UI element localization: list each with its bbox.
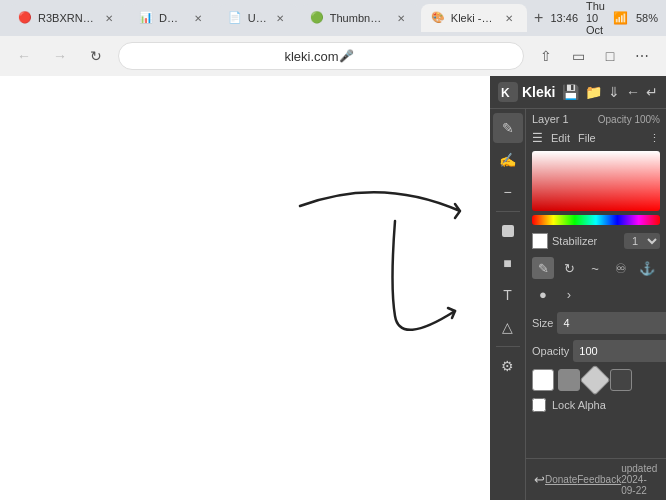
menu-button[interactable]: ⋯ xyxy=(628,42,656,70)
canvas-area[interactable] xyxy=(0,76,490,500)
blob-brush-icon[interactable]: ● xyxy=(532,283,554,305)
tab-favicon-5: 🎨 xyxy=(431,11,445,25)
layer-controls: ☰ Edit File ⋮ xyxy=(526,129,666,147)
page-content: K Kleki 💾 📁 ⇓ ← ↵ ✎ ✍ − xyxy=(0,76,666,500)
more-icon[interactable]: ⋮ xyxy=(649,132,660,145)
color-picker[interactable] xyxy=(526,147,666,229)
opacity-input[interactable] xyxy=(573,340,666,362)
lock-alpha-checkbox[interactable] xyxy=(532,398,546,412)
undo-icon[interactable]: ↵ xyxy=(646,84,658,100)
save-icon[interactable]: 💾 xyxy=(562,84,579,100)
tab-favicon-4: 🟢 xyxy=(310,11,324,25)
nav-right: ⇧ ▭ □ ⋯ xyxy=(532,42,656,70)
donate-link[interactable]: Donate xyxy=(545,474,577,485)
opacity-value: 100% xyxy=(634,114,660,125)
lock-alpha-row: Lock Alpha xyxy=(526,395,666,415)
text-tool[interactable]: T xyxy=(493,280,523,310)
tab-label-5: Kleki - Paint Tool xyxy=(451,12,495,24)
swatches-row xyxy=(526,365,666,395)
brush-tool[interactable]: ✎ xyxy=(493,113,523,143)
kleki-toolbar: K Kleki 💾 📁 ⇓ ← ↵ ✎ ✍ − xyxy=(490,76,666,500)
refresh-button[interactable]: ↻ xyxy=(82,42,110,70)
kleki-logo: K Kleki xyxy=(498,82,555,102)
forward-button[interactable]: → xyxy=(46,42,74,70)
tool-divider-2 xyxy=(496,346,520,347)
hand-tool[interactable]: ✍ xyxy=(493,145,523,175)
tab-close-1[interactable]: ✕ xyxy=(101,10,117,26)
tab-label-3: Untitled xyxy=(248,12,266,24)
lock-alpha-label: Lock Alpha xyxy=(552,399,606,411)
tab-close-4[interactable]: ✕ xyxy=(393,10,409,26)
feedback-link[interactable]: Feedback xyxy=(577,474,621,485)
top-strip: K Kleki 💾 📁 ⇓ ← ↵ xyxy=(490,76,666,109)
updated-label: updated 2024-09-22 xyxy=(621,463,658,496)
wave-brush-icon[interactable]: ~ xyxy=(584,257,606,279)
tab-scratch[interactable]: 🔴 R3BXRN on Scratch ✕ xyxy=(8,4,127,32)
hue-slider[interactable] xyxy=(532,215,660,225)
new-tab-button[interactable]: + xyxy=(529,4,549,32)
nav-bar: ← → ↻ kleki.com 🎤 ⇧ ▭ □ ⋯ xyxy=(0,36,666,76)
opacity-row: Opacity ✎ xyxy=(526,337,666,365)
bookmark-button[interactable]: ▭ xyxy=(564,42,592,70)
system-info: 13:46 Thu 10 Oct 📶 58% xyxy=(550,0,658,36)
back-button[interactable]: ← xyxy=(10,42,38,70)
undo-bottom-icon[interactable]: ↩ xyxy=(534,472,545,487)
kleki-logo-icon: K xyxy=(498,82,518,102)
date-display: Thu 10 Oct xyxy=(586,0,605,36)
right-panel: Layer 1 Opacity 100% ☰ Edit File ⋮ xyxy=(526,109,666,500)
ink-brush-icon[interactable]: ⚓ xyxy=(636,257,658,279)
edit-label[interactable]: Edit xyxy=(551,132,570,144)
layers-icon[interactable]: ☰ xyxy=(532,131,543,145)
tab-favicon-2: 📊 xyxy=(139,11,153,25)
smooth-brush-icon[interactable]: ♾ xyxy=(610,257,632,279)
canvas-svg xyxy=(0,76,490,500)
expand-brushes-icon[interactable]: › xyxy=(558,283,580,305)
tab-bar: 🔴 R3BXRN on Scratch ✕ 📊 Dashboard ✕ 📄 Un… xyxy=(0,0,666,36)
tab-label-2: Dashboard xyxy=(159,12,184,24)
swatch-darkgray[interactable] xyxy=(610,369,632,391)
rotate-brush-icon[interactable]: ↻ xyxy=(558,257,580,279)
zoom-minus-tool[interactable]: − xyxy=(493,177,523,207)
tab-favicon-3: 📄 xyxy=(228,11,242,25)
tab-label-1: R3BXRN on Scratch xyxy=(38,12,95,24)
tab-close-3[interactable]: ✕ xyxy=(272,10,288,26)
eraser-tool[interactable]: ■ xyxy=(493,248,523,278)
fill-icon xyxy=(500,223,516,239)
tab-untitled[interactable]: 📄 Untitled ✕ xyxy=(218,4,298,32)
browser-chrome: 🔴 R3BXRN on Scratch ✕ 📊 Dashboard ✕ 📄 Un… xyxy=(0,0,666,76)
color-gradient[interactable] xyxy=(532,151,660,211)
tool-divider-1 xyxy=(496,211,520,212)
tab-favicon-1: 🔴 xyxy=(18,11,32,25)
time-display: 13:46 xyxy=(550,12,578,24)
file-label[interactable]: File xyxy=(578,132,596,144)
share-button[interactable]: ⇧ xyxy=(532,42,560,70)
tools-color-panel: ✎ ✍ − ■ T △ ⚙ Layer 1 xyxy=(490,109,666,500)
swatch-gray[interactable] xyxy=(558,369,580,391)
swatch-lightgray[interactable] xyxy=(579,364,610,395)
fill-tool[interactable] xyxy=(493,216,523,246)
tab-close-5[interactable]: ✕ xyxy=(501,10,517,26)
wifi-icon: 📶 xyxy=(613,11,628,25)
address-bar[interactable]: kleki.com 🎤 xyxy=(118,42,524,70)
size-label: Size xyxy=(532,317,553,329)
size-input[interactable] xyxy=(557,312,666,334)
swatch-white[interactable] xyxy=(532,369,554,391)
battery-display: 58% xyxy=(636,12,658,24)
extensions-button[interactable]: □ xyxy=(596,42,624,70)
tab-kleki[interactable]: 🎨 Kleki - Paint Tool ✕ xyxy=(421,4,527,32)
tab-dashboard[interactable]: 📊 Dashboard ✕ xyxy=(129,4,216,32)
top-icons: 💾 📁 ⇓ ← ↵ xyxy=(562,84,658,100)
tab-close-2[interactable]: ✕ xyxy=(190,10,206,26)
shape-tool[interactable]: △ xyxy=(493,312,523,342)
color-swatch-primary[interactable] xyxy=(532,233,548,249)
settings-tool[interactable]: ⚙ xyxy=(493,351,523,381)
download-icon[interactable]: ⇓ xyxy=(608,84,620,100)
layer-name: Layer 1 xyxy=(532,113,594,125)
stabilizer-select[interactable]: 123 xyxy=(624,233,660,249)
stabilizer-label: Stabilizer xyxy=(552,235,620,247)
tab-thumbnail[interactable]: 🟢 Thumbnail request... ✕ xyxy=(300,4,419,32)
folder-icon[interactable]: 📁 xyxy=(585,84,602,100)
pen-brush-icon[interactable]: ✎ xyxy=(532,257,554,279)
layer-row: Layer 1 Opacity 100% xyxy=(526,109,666,129)
share-icon[interactable]: ← xyxy=(626,84,640,100)
